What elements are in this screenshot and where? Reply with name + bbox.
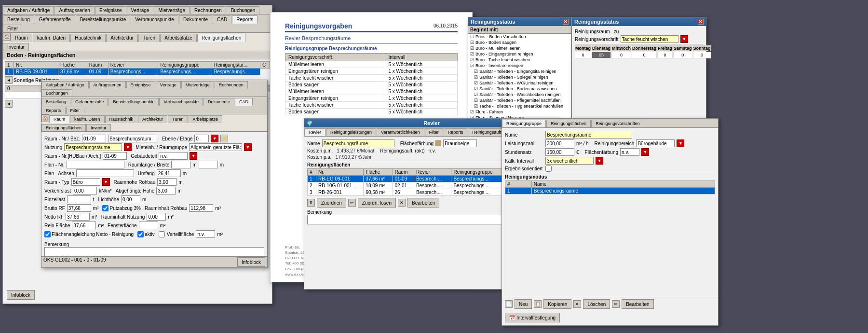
cal-val-die[interactable]: 05 (592, 52, 611, 58)
revier-edit-icon[interactable]: ✏ (348, 199, 356, 207)
tab-auftragsserien[interactable]: Auftragsserien (54, 6, 94, 14)
rein-flaeche-input[interactable] (72, 222, 96, 229)
verteilflaeche-input[interactable] (196, 230, 215, 238)
einzellast-input[interactable] (67, 195, 91, 203)
reinigungsstatus-right-close[interactable]: ✕ (698, 19, 704, 25)
tab-inventar[interactable]: Inventar (3, 43, 29, 51)
fensterflaeche-input[interactable] (139, 222, 158, 229)
room-tab-kaufm-daten[interactable]: kaufm. Daten (70, 115, 105, 123)
room-tab-gefahrenstoffe[interactable]: Gefahrenstoffe (71, 98, 108, 106)
room-tab-inventar[interactable]: Inventar (86, 124, 111, 131)
room-tab-bestellung[interactable]: Bestellung (41, 98, 70, 106)
cal-val-son[interactable]: 0 (693, 52, 711, 58)
tab-haustechnik[interactable]: Haustechnik (70, 34, 106, 42)
raum-bez-input[interactable] (108, 135, 156, 142)
tree-item-2[interactable]: Büro - Mülleimer leeren (468, 45, 571, 51)
room-tab-aufgaben[interactable]: Aufgaben / Aufträge (41, 81, 89, 88)
rg-kopieren-btn[interactable]: Kopieren (543, 299, 571, 309)
room-tab-verbrauchspunkte[interactable]: Verbrauchspunkte (159, 98, 203, 106)
tab-tueren[interactable]: Türen (138, 34, 160, 42)
room-tab-cad[interactable]: CAD (235, 98, 253, 106)
room-tab-rechnungen[interactable]: Rechnungen (215, 81, 248, 88)
mieteinh-input[interactable] (189, 143, 242, 151)
cal-val-mon[interactable]: 0 (575, 52, 591, 58)
tree-item-12[interactable]: Tache - Toiletten - Hygieneartikel nachf… (468, 103, 571, 109)
tab-raum[interactable]: Raum (11, 34, 32, 42)
reinigungsvorschrift-input[interactable] (621, 35, 678, 43)
rg-kalk-input[interactable] (545, 157, 594, 165)
room-tab-dokumente[interactable]: Dokumente (203, 98, 234, 106)
tree-item-5[interactable]: Büro - Inventare reinigen (468, 63, 571, 69)
rg-flaechenfaerbung-input[interactable] (620, 148, 639, 156)
netto-rf-input[interactable] (66, 213, 90, 221)
tab-ereignisse[interactable]: Ereignisse (95, 6, 126, 14)
revier-tab-leistungen[interactable]: Reinigungsleistungen (326, 128, 376, 136)
tree-item-13[interactable]: Flure - Fahren (468, 109, 571, 115)
revier-tab-revier[interactable]: Revier (304, 128, 326, 136)
raum-typ-red-btn[interactable]: ▼ (102, 178, 110, 186)
room-tab-auftragsserien[interactable]: Auftragsserien (89, 81, 126, 88)
rg-edit-icon[interactable]: ✏ (612, 300, 620, 308)
tab-dokumente[interactable]: Dokumente (179, 15, 212, 24)
raumhoehe-input[interactable] (157, 178, 176, 186)
flaechen-input[interactable] (443, 139, 477, 147)
rg-leistungszahl-input[interactable] (545, 139, 574, 147)
tree-item-4[interactable]: Büro - Tache feucht wischen (468, 57, 571, 63)
plan-nr-input[interactable] (67, 161, 124, 168)
tree-item-0[interactable]: Preis - Boden Vorschriften (468, 34, 571, 40)
gebaeudeteil-input[interactable] (159, 152, 188, 160)
tab-buchungen[interactable]: Buchungen (227, 6, 260, 14)
tab-aufgaben[interactable]: Aufgaben / Aufträge (3, 6, 54, 14)
putzabzug-checkbox[interactable]: Putzabzug 3% (102, 205, 141, 211)
room-tab-arbeitsplaetze[interactable]: Arbeitsplätze (189, 115, 222, 123)
rg-tab-gruppe[interactable]: Reinigungsgruppe (502, 120, 546, 127)
reinigungsvorschrift-red-btn[interactable]: ▼ (680, 35, 688, 43)
room-tab-raum[interactable]: Raum (49, 115, 69, 123)
tab-bestellung[interactable]: Bestellung (3, 15, 34, 24)
rg-flaechenfaerbung-red-btn[interactable]: ▼ (641, 148, 649, 156)
tab-cad[interactable]: CAD (213, 15, 231, 24)
raum-typ-input[interactable] (71, 178, 100, 186)
rg-page-icon[interactable]: 📄 (505, 300, 513, 308)
room-tab-architektur[interactable]: Architektur (138, 115, 167, 123)
mieteinh-red-btn[interactable]: ▼ (244, 143, 252, 151)
tab-mietvertraege[interactable]: Mietverträge (154, 6, 190, 14)
revier-delete-icon[interactable]: ✕ (398, 199, 406, 207)
room-tab-tueren[interactable]: Türen (168, 115, 188, 123)
revier-name-input[interactable] (322, 139, 394, 147)
nutzung-red-btn[interactable]: ▼ (124, 143, 132, 151)
nutzung-input[interactable] (64, 143, 122, 151)
tree-item-8[interactable]: Sanitär - Toiletten - WC/Urinal reinigen (468, 80, 571, 86)
tab-kaufm-daten[interactable]: kaufm. Daten (33, 34, 70, 42)
rg-loeschen-btn[interactable]: Löschen (583, 299, 610, 309)
verteilflaeche-checkbox[interactable] (159, 231, 165, 237)
room-tab-haustechnik[interactable]: Haustechnik (105, 115, 138, 123)
tree-item-11[interactable]: Sanitär - Toiletten - Pflegemittel nachf… (468, 97, 571, 103)
room-tab-buchungen[interactable]: Buchungen (41, 89, 72, 97)
flaechenangleichung-checkbox[interactable]: Flächenangleichung Netto - Reinigung (44, 231, 134, 237)
tree-item-3[interactable]: Büro - Eingangstüren reinigen (468, 51, 571, 57)
tab-reports[interactable]: Reports (232, 15, 258, 24)
rg-copy-icon[interactable]: 📋 (534, 300, 542, 308)
rg-kalk-red-btn[interactable]: ▼ (596, 157, 603, 165)
room-tab-reinigungsflaechen[interactable]: Reinigungsflächen (41, 124, 86, 131)
gebaeudeteil-red-btn[interactable]: ▼ (190, 152, 197, 160)
tab-vertraege[interactable]: Verträge (127, 6, 154, 14)
reinigungsstatus-left-close[interactable]: ✕ (563, 19, 569, 25)
tree-item-7[interactable]: Sanitär - Toiletten - Spiegel reinigen (468, 74, 571, 80)
tab-arbeitsplaetze[interactable]: Arbeitsplätze (160, 34, 197, 42)
rg-name-input[interactable] (545, 131, 632, 139)
rg-stundensatz-input[interactable] (545, 148, 574, 156)
verkehrslast-input[interactable] (73, 187, 97, 194)
raumlaenge-input[interactable] (171, 161, 190, 168)
nav-icon[interactable]: 🏠 (3, 33, 11, 41)
revier-zuordnen-loesen-btn[interactable]: Zuordn. lösen (358, 198, 396, 208)
umfang-input[interactable] (157, 169, 181, 177)
ebene-icon[interactable]: ⚡ (220, 135, 228, 142)
cal-val-don[interactable]: 0 (632, 52, 657, 58)
rg-tab-flaechen[interactable]: Reinigungsflächen (546, 120, 591, 127)
cal-val-sam[interactable]: 0 (673, 52, 692, 58)
tab-gefahrenstoffe[interactable]: Gefahrenstoffe (35, 15, 75, 24)
room-tab-filter[interactable]: Filter (66, 107, 84, 114)
rg-rm-row-1[interactable]: 1 Besprechungsräume (505, 188, 715, 194)
